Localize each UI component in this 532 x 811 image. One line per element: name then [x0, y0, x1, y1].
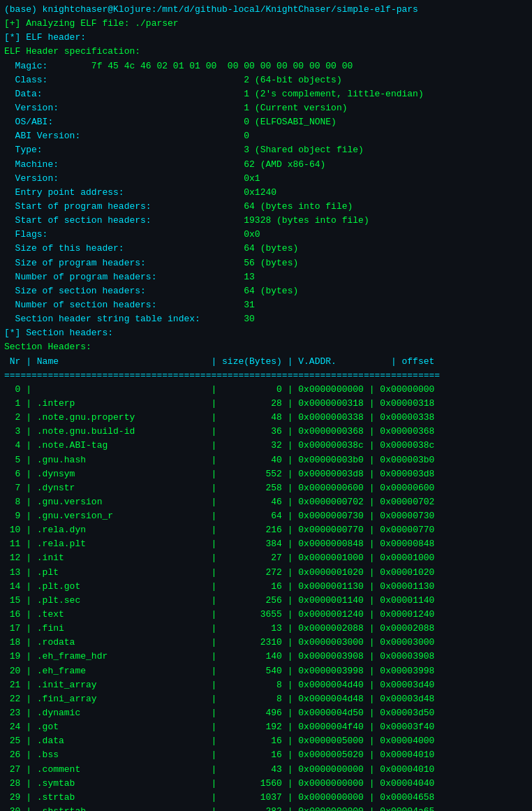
row-nr: 30 — [4, 806, 20, 811]
table-row: 26 | .bss | 16 | 0x0000005020 | 0x000040… — [4, 748, 528, 762]
field-shstrtab-idx: Section header string table index: 30 — [4, 312, 528, 326]
row-vaddr: 0x0000000770 — [298, 525, 364, 535]
row-nr: 27 — [4, 764, 20, 775]
table-header-text: Nr | Name | size(Bytes) | V.ADDR. | offs… — [4, 356, 434, 367]
row-vaddr: 0x0000004d40 — [298, 680, 364, 690]
row-name: .eh_frame — [37, 666, 212, 676]
table-row: 18 | .rodata | 2310 | 0x0000003000 | 0x0… — [4, 636, 528, 650]
table-row: 7 | .dynstr | 258 | 0x0000000600 | 0x000… — [4, 481, 528, 495]
section-bracket-line: [*] Section headers: — [4, 326, 528, 340]
field-version1: Version: 1 (Current version) — [4, 101, 528, 115]
row-size: 272 — [222, 567, 282, 578]
section-headers-line: Section Headers: — [4, 340, 528, 354]
table-row: 1 | .interp | 28 | 0x0000000318 | 0x0000… — [4, 397, 528, 411]
row-nr: 20 — [4, 666, 20, 676]
row-nr: 11 — [4, 539, 20, 549]
table-row: 19 | .eh_frame_hdr | 140 | 0x0000003908 … — [4, 650, 528, 664]
table-row: 21 | .init_array | 8 | 0x0000004d40 | 0x… — [4, 678, 528, 692]
row-vaddr: 0x0000001020 — [298, 567, 364, 578]
row-nr: 23 — [4, 708, 20, 718]
field-data: Data: 1 (2's complement, little-endian) — [4, 87, 528, 101]
row-offset: 0x00004040 — [380, 778, 434, 789]
row-offset: 0x00000338 — [380, 412, 434, 423]
row-nr: 28 — [4, 778, 20, 789]
row-vaddr: 0x0000004d48 — [298, 694, 364, 704]
row-offset: 0x00000368 — [380, 426, 434, 437]
row-nr: 6 — [4, 469, 20, 479]
row-size: 46 — [222, 497, 282, 507]
row-vaddr: 0x0000002088 — [298, 623, 364, 634]
table-body: 0 | | 0 | 0x0000000000 | 0x00000000 1 | … — [4, 383, 528, 811]
field-entry: Entry point address: 0x1240 — [4, 186, 528, 200]
row-offset: 0x00003f40 — [380, 722, 434, 732]
row-vaddr: 0x0000003000 — [298, 637, 364, 648]
row-offset: 0x00004000 — [380, 736, 434, 746]
row-name: .rodata — [37, 637, 212, 648]
row-vaddr: 0x0000000000 — [298, 778, 364, 789]
table-row: 5 | .gnu.hash | 40 | 0x00000003b0 | 0x00… — [4, 453, 528, 467]
field-osabi: OS/ABI: 0 (ELFOSABI_NONE) — [4, 115, 528, 129]
row-size: 282 — [222, 806, 282, 811]
table-row: 10 | .rela.dyn | 216 | 0x0000000770 | 0x… — [4, 523, 528, 537]
table-row: 2 | .note.gnu.property | 48 | 0x00000003… — [4, 411, 528, 425]
row-name: .rela.dyn — [37, 525, 212, 535]
row-vaddr: 0x0000000338 — [298, 412, 364, 423]
row-offset: 0x00002088 — [380, 623, 434, 634]
row-nr: 24 — [4, 722, 20, 732]
row-size: 2310 — [222, 637, 282, 648]
row-offset: 0x00000848 — [380, 539, 434, 549]
table-row: 8 | .gnu.version | 46 | 0x0000000702 | 0… — [4, 495, 528, 509]
field-num-sec-hdr: Number of section headers: 31 — [4, 298, 528, 312]
field-class: Class: 2 (64-bit objects) — [4, 73, 528, 87]
table-row: 23 | .dynamic | 496 | 0x0000004d50 | 0x0… — [4, 706, 528, 720]
table-row: 16 | .text | 3655 | 0x0000001240 | 0x000… — [4, 608, 528, 622]
field-this-hdr-size: Size of this header: 64 (bytes) — [4, 242, 528, 256]
table-row: 20 | .eh_frame | 540 | 0x0000003998 | 0x… — [4, 664, 528, 678]
field-sec-hdr-size: Size of section headers: 64 (bytes) — [4, 284, 528, 298]
elf-header-spec-line: ELF Header specification: — [4, 45, 528, 59]
row-offset: 0x00001140 — [380, 595, 434, 606]
row-size: 540 — [222, 666, 282, 676]
row-vaddr: 0x0000001140 — [298, 595, 364, 606]
row-offset: 0x00001020 — [380, 567, 434, 578]
row-name: .fini — [37, 623, 212, 634]
row-vaddr: 0x00000003b0 — [298, 455, 364, 465]
row-nr: 18 — [4, 637, 20, 648]
row-name: .note.gnu.property — [37, 412, 212, 423]
row-offset: 0x00001240 — [380, 609, 434, 620]
row-size: 258 — [222, 483, 282, 493]
row-name: .dynsym — [37, 469, 212, 479]
row-name — [37, 384, 212, 395]
row-size: 256 — [222, 595, 282, 606]
row-name: .bss — [37, 750, 212, 760]
row-size: 8 — [222, 680, 282, 690]
row-nr: 2 — [4, 412, 20, 423]
row-offset: 0x00003d50 — [380, 708, 434, 718]
row-nr: 0 — [4, 384, 20, 395]
row-nr: 7 — [4, 483, 20, 493]
row-nr: 16 — [4, 609, 20, 620]
table-row: 4 | .note.ABI-tag | 32 | 0x000000038c | … — [4, 439, 528, 453]
row-size: 13 — [222, 623, 282, 634]
table-row: 25 | .data | 16 | 0x0000005000 | 0x00004… — [4, 734, 528, 748]
analyzing-text: [+] Analyzing ELF file: ./parser — [4, 18, 179, 29]
row-offset: 0x00003998 — [380, 666, 434, 676]
row-offset: 0x00000000 — [380, 384, 434, 395]
row-vaddr: 0x0000000000 — [298, 764, 364, 775]
row-size: 64 — [222, 511, 282, 521]
analyzing-line: [+] Analyzing ELF file: ./parser — [4, 17, 528, 31]
row-offset: 0x00000702 — [380, 497, 434, 507]
row-vaddr: 0x0000000730 — [298, 511, 364, 521]
row-vaddr: 0x0000005020 — [298, 750, 364, 760]
table-row: 9 | .gnu.version_r | 64 | 0x0000000730 |… — [4, 509, 528, 523]
row-offset: 0x00000770 — [380, 525, 434, 535]
row-name: .comment — [37, 764, 212, 775]
field-sec-hdr-start: Start of section headers: 19328 (bytes i… — [4, 214, 528, 228]
row-nr: 13 — [4, 567, 20, 578]
row-offset: 0x00001000 — [380, 553, 434, 563]
row-size: 140 — [222, 651, 282, 662]
row-nr: 4 — [4, 440, 20, 451]
table-row: 24 | .got | 192 | 0x0000004f40 | 0x00003… — [4, 720, 528, 734]
row-name: .interp — [37, 398, 212, 409]
row-size: 384 — [222, 539, 282, 549]
